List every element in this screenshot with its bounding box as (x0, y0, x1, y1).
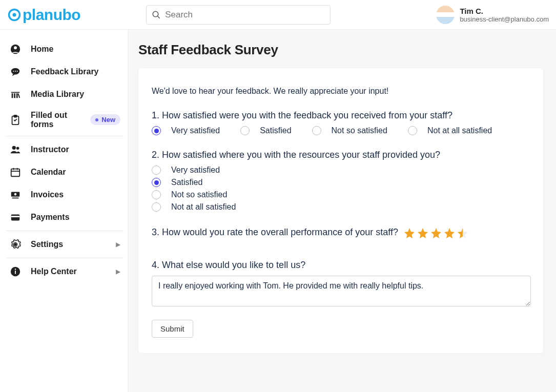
q2-option-2[interactable]: Not so satisfied (152, 190, 530, 199)
q4-text: 4. What else would you like to tell us? (152, 260, 530, 271)
radio[interactable] (152, 202, 161, 212)
sidebar-item-label: Filled out forms (31, 111, 81, 129)
chevron-right-icon: ▶ (116, 241, 120, 248)
sidebar-item-media-library[interactable]: Media Library (6, 83, 123, 106)
q1-option-1[interactable]: Satisfied (240, 126, 291, 135)
user-email: business-client@planubo.com (460, 15, 549, 23)
q1-options: Very satisfied Satisfied Not so satisfie… (152, 126, 530, 135)
sidebar-item-label: Help Center (31, 267, 107, 276)
search-icon (152, 10, 161, 19)
calendar-icon (9, 166, 22, 178)
divider (6, 136, 123, 136)
users-icon (9, 143, 22, 156)
sidebar-item-label: Invoices (31, 190, 120, 199)
sidebar-item-payments[interactable]: Payments (6, 206, 123, 229)
user-name: Tim C. (460, 7, 549, 15)
svg-rect-14 (11, 169, 20, 177)
search-input[interactable] (165, 10, 325, 20)
svg-point-2 (153, 11, 158, 17)
svg-rect-11 (14, 115, 17, 117)
chevron-right-icon: ▶ (116, 268, 120, 275)
sidebar-item-home[interactable]: Home (6, 38, 123, 60)
main-content: Staff Feedback Survey We'd love to hear … (128, 30, 556, 392)
chat-icon (9, 66, 22, 78)
new-badge: New (90, 114, 120, 125)
svg-point-1 (13, 13, 16, 16)
star-icon[interactable] (403, 227, 416, 239)
gear-icon (9, 238, 22, 251)
sidebar-item-feedback-library[interactable]: Feedback Library (6, 60, 123, 83)
survey-intro: We'd love to hear your feedback. We real… (152, 87, 530, 96)
info-icon (9, 265, 22, 278)
sidebar-item-help-center[interactable]: Help Center ▶ (6, 260, 123, 283)
svg-line-3 (157, 16, 160, 18)
q1-option-3[interactable]: Not at all satisfied (408, 126, 492, 135)
q2-text: 2. How satisfied where you with the reso… (152, 150, 530, 160)
radio[interactable] (152, 166, 161, 175)
library-icon (9, 88, 22, 100)
svg-rect-18 (11, 216, 20, 217)
divider (6, 231, 123, 231)
svg-point-7 (13, 71, 14, 72)
logo-icon (7, 8, 22, 22)
svg-rect-17 (11, 215, 20, 221)
page-title: Staff Feedback Survey (138, 42, 556, 58)
app-header: planubo Tim C. business-client@planubo.c… (0, 0, 556, 30)
sidebar-item-label: Settings (31, 240, 107, 249)
avatar (436, 6, 455, 24)
q1-option-2[interactable]: Not so satisfied (312, 126, 387, 135)
sidebar-item-label: Payments (31, 213, 120, 222)
person-circle-icon (9, 43, 22, 55)
svg-point-19 (14, 243, 17, 246)
sidebar-item-invoices[interactable]: Invoices (6, 183, 123, 206)
divider (6, 258, 123, 258)
radio[interactable] (240, 126, 250, 135)
svg-rect-21 (15, 271, 16, 274)
svg-point-22 (15, 269, 16, 270)
q1-text: 1. How satisfied were you with the feedb… (152, 110, 530, 121)
sidebar-item-label: Instructor (31, 145, 120, 154)
star-icon[interactable] (430, 227, 442, 239)
sidebar-item-label: Feedback Library (31, 67, 120, 76)
radio[interactable] (408, 126, 417, 135)
sidebar-item-settings[interactable]: Settings ▶ (6, 233, 123, 256)
sidebar: Home Feedback Library Media Library Fill… (0, 30, 128, 392)
q4-textarea[interactable] (152, 276, 531, 306)
brand-logo[interactable]: planubo (7, 6, 80, 24)
sidebar-item-instructor[interactable]: Instructor (6, 138, 123, 161)
radio[interactable] (312, 126, 321, 135)
radio[interactable] (152, 190, 161, 199)
star-half-icon[interactable] (457, 227, 469, 239)
q1-option-0[interactable]: Very satisfied (152, 126, 220, 135)
radio[interactable] (152, 126, 161, 135)
search-box[interactable] (146, 5, 331, 25)
star-icon[interactable] (443, 227, 456, 239)
svg-point-8 (15, 71, 16, 72)
card-icon (9, 211, 22, 223)
svg-point-16 (14, 193, 17, 196)
star-rating[interactable] (403, 227, 469, 239)
q3-text: 3. How would you rate the overall perfor… (152, 227, 398, 238)
svg-point-9 (17, 71, 18, 72)
submit-button[interactable]: Submit (152, 320, 193, 338)
sidebar-item-filled-out-forms[interactable]: Filled out forms New (6, 106, 123, 134)
sidebar-item-label: Calendar (31, 168, 120, 177)
clipboard-icon (9, 114, 22, 126)
survey-card: We'd love to hear your feedback. We real… (138, 68, 543, 353)
sidebar-item-label: Home (31, 45, 120, 54)
radio[interactable] (152, 178, 161, 187)
q2-option-1[interactable]: Satisfied (152, 178, 530, 187)
svg-point-12 (12, 146, 16, 150)
sidebar-item-calendar[interactable]: Calendar (6, 161, 123, 183)
sidebar-item-label: Media Library (31, 90, 120, 99)
money-icon (9, 189, 22, 201)
brand-text: planubo (23, 6, 80, 24)
star-icon[interactable] (417, 227, 429, 239)
svg-point-5 (14, 46, 17, 49)
user-menu[interactable]: Tim C. business-client@planubo.com (436, 6, 549, 24)
svg-point-13 (16, 147, 19, 150)
q2-option-3[interactable]: Not at all satisfied (152, 202, 530, 212)
q2-options: Very satisfied Satisfied Not so satisfie… (152, 166, 530, 212)
q2-option-0[interactable]: Very satisfied (152, 166, 530, 175)
